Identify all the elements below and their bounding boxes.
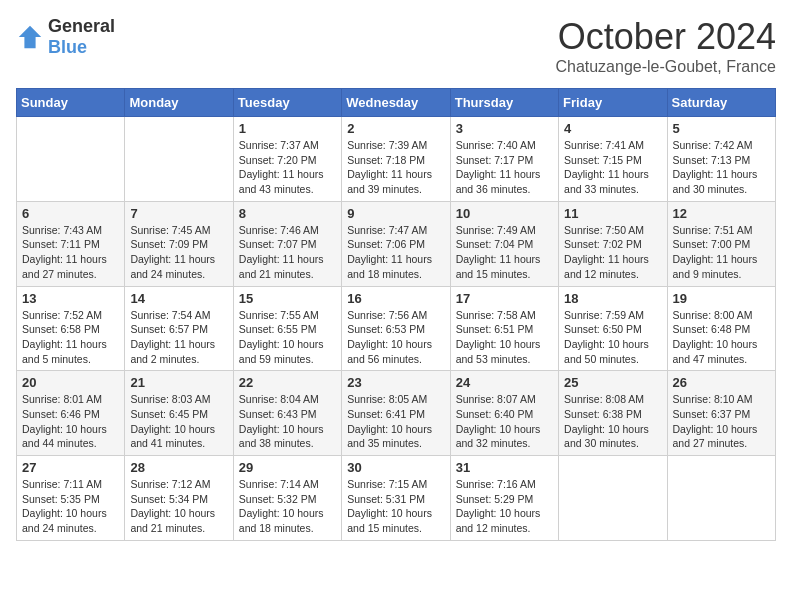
svg-marker-0: [19, 26, 41, 48]
day-number: 2: [347, 121, 444, 136]
header-friday: Friday: [559, 89, 667, 117]
calendar-cell: 7Sunrise: 7:45 AMSunset: 7:09 PMDaylight…: [125, 201, 233, 286]
day-info: Sunrise: 7:15 AMSunset: 5:31 PMDaylight:…: [347, 477, 444, 536]
day-number: 23: [347, 375, 444, 390]
day-info: Sunrise: 8:10 AMSunset: 6:37 PMDaylight:…: [673, 392, 770, 451]
calendar-cell: [559, 456, 667, 541]
day-number: 27: [22, 460, 119, 475]
day-number: 10: [456, 206, 553, 221]
logo-general: General: [48, 16, 115, 36]
day-info: Sunrise: 7:11 AMSunset: 5:35 PMDaylight:…: [22, 477, 119, 536]
header-tuesday: Tuesday: [233, 89, 341, 117]
day-number: 30: [347, 460, 444, 475]
day-number: 3: [456, 121, 553, 136]
day-number: 4: [564, 121, 661, 136]
day-info: Sunrise: 8:01 AMSunset: 6:46 PMDaylight:…: [22, 392, 119, 451]
calendar-cell: 13Sunrise: 7:52 AMSunset: 6:58 PMDayligh…: [17, 286, 125, 371]
calendar-cell: 17Sunrise: 7:58 AMSunset: 6:51 PMDayligh…: [450, 286, 558, 371]
logo-blue: Blue: [48, 37, 87, 57]
day-number: 9: [347, 206, 444, 221]
calendar-week-4: 27Sunrise: 7:11 AMSunset: 5:35 PMDayligh…: [17, 456, 776, 541]
calendar-cell: 6Sunrise: 7:43 AMSunset: 7:11 PMDaylight…: [17, 201, 125, 286]
day-info: Sunrise: 7:39 AMSunset: 7:18 PMDaylight:…: [347, 138, 444, 197]
day-number: 28: [130, 460, 227, 475]
calendar-cell: 1Sunrise: 7:37 AMSunset: 7:20 PMDaylight…: [233, 117, 341, 202]
day-info: Sunrise: 7:49 AMSunset: 7:04 PMDaylight:…: [456, 223, 553, 282]
calendar-cell: [667, 456, 775, 541]
calendar-table: SundayMondayTuesdayWednesdayThursdayFrid…: [16, 88, 776, 541]
calendar-cell: 21Sunrise: 8:03 AMSunset: 6:45 PMDayligh…: [125, 371, 233, 456]
day-number: 21: [130, 375, 227, 390]
day-number: 24: [456, 375, 553, 390]
location-title: Chatuzange-le-Goubet, France: [555, 58, 776, 76]
calendar-cell: 10Sunrise: 7:49 AMSunset: 7:04 PMDayligh…: [450, 201, 558, 286]
day-number: 22: [239, 375, 336, 390]
day-number: 31: [456, 460, 553, 475]
calendar-cell: 5Sunrise: 7:42 AMSunset: 7:13 PMDaylight…: [667, 117, 775, 202]
header-saturday: Saturday: [667, 89, 775, 117]
calendar-cell: 25Sunrise: 8:08 AMSunset: 6:38 PMDayligh…: [559, 371, 667, 456]
calendar-cell: 18Sunrise: 7:59 AMSunset: 6:50 PMDayligh…: [559, 286, 667, 371]
day-number: 8: [239, 206, 336, 221]
header-thursday: Thursday: [450, 89, 558, 117]
day-number: 19: [673, 291, 770, 306]
page-header: General Blue October 2024 Chatuzange-le-…: [16, 16, 776, 76]
calendar-cell: 14Sunrise: 7:54 AMSunset: 6:57 PMDayligh…: [125, 286, 233, 371]
day-info: Sunrise: 7:12 AMSunset: 5:34 PMDaylight:…: [130, 477, 227, 536]
day-info: Sunrise: 7:45 AMSunset: 7:09 PMDaylight:…: [130, 223, 227, 282]
day-number: 18: [564, 291, 661, 306]
day-number: 11: [564, 206, 661, 221]
month-title: October 2024: [555, 16, 776, 58]
day-number: 14: [130, 291, 227, 306]
day-info: Sunrise: 8:08 AMSunset: 6:38 PMDaylight:…: [564, 392, 661, 451]
day-info: Sunrise: 7:59 AMSunset: 6:50 PMDaylight:…: [564, 308, 661, 367]
day-info: Sunrise: 7:52 AMSunset: 6:58 PMDaylight:…: [22, 308, 119, 367]
day-number: 17: [456, 291, 553, 306]
day-number: 6: [22, 206, 119, 221]
calendar-cell: 29Sunrise: 7:14 AMSunset: 5:32 PMDayligh…: [233, 456, 341, 541]
calendar-cell: 31Sunrise: 7:16 AMSunset: 5:29 PMDayligh…: [450, 456, 558, 541]
day-info: Sunrise: 7:47 AMSunset: 7:06 PMDaylight:…: [347, 223, 444, 282]
calendar-cell: 27Sunrise: 7:11 AMSunset: 5:35 PMDayligh…: [17, 456, 125, 541]
header-monday: Monday: [125, 89, 233, 117]
calendar-week-1: 6Sunrise: 7:43 AMSunset: 7:11 PMDaylight…: [17, 201, 776, 286]
day-info: Sunrise: 7:58 AMSunset: 6:51 PMDaylight:…: [456, 308, 553, 367]
day-number: 16: [347, 291, 444, 306]
calendar-cell: [125, 117, 233, 202]
calendar-cell: 23Sunrise: 8:05 AMSunset: 6:41 PMDayligh…: [342, 371, 450, 456]
logo: General Blue: [16, 16, 115, 58]
calendar-cell: 22Sunrise: 8:04 AMSunset: 6:43 PMDayligh…: [233, 371, 341, 456]
calendar-cell: [17, 117, 125, 202]
day-info: Sunrise: 7:40 AMSunset: 7:17 PMDaylight:…: [456, 138, 553, 197]
day-number: 7: [130, 206, 227, 221]
calendar-week-2: 13Sunrise: 7:52 AMSunset: 6:58 PMDayligh…: [17, 286, 776, 371]
day-info: Sunrise: 8:03 AMSunset: 6:45 PMDaylight:…: [130, 392, 227, 451]
day-info: Sunrise: 7:16 AMSunset: 5:29 PMDaylight:…: [456, 477, 553, 536]
calendar-week-0: 1Sunrise: 7:37 AMSunset: 7:20 PMDaylight…: [17, 117, 776, 202]
day-info: Sunrise: 7:51 AMSunset: 7:00 PMDaylight:…: [673, 223, 770, 282]
title-block: October 2024 Chatuzange-le-Goubet, Franc…: [555, 16, 776, 76]
logo-text: General Blue: [48, 16, 115, 58]
day-number: 25: [564, 375, 661, 390]
day-number: 20: [22, 375, 119, 390]
day-number: 12: [673, 206, 770, 221]
calendar-cell: 20Sunrise: 8:01 AMSunset: 6:46 PMDayligh…: [17, 371, 125, 456]
day-number: 26: [673, 375, 770, 390]
day-info: Sunrise: 7:55 AMSunset: 6:55 PMDaylight:…: [239, 308, 336, 367]
calendar-cell: 11Sunrise: 7:50 AMSunset: 7:02 PMDayligh…: [559, 201, 667, 286]
calendar-cell: 24Sunrise: 8:07 AMSunset: 6:40 PMDayligh…: [450, 371, 558, 456]
calendar-cell: 8Sunrise: 7:46 AMSunset: 7:07 PMDaylight…: [233, 201, 341, 286]
calendar-header-row: SundayMondayTuesdayWednesdayThursdayFrid…: [17, 89, 776, 117]
day-number: 15: [239, 291, 336, 306]
calendar-cell: 30Sunrise: 7:15 AMSunset: 5:31 PMDayligh…: [342, 456, 450, 541]
day-number: 1: [239, 121, 336, 136]
calendar-cell: 4Sunrise: 7:41 AMSunset: 7:15 PMDaylight…: [559, 117, 667, 202]
calendar-cell: 15Sunrise: 7:55 AMSunset: 6:55 PMDayligh…: [233, 286, 341, 371]
header-wednesday: Wednesday: [342, 89, 450, 117]
day-info: Sunrise: 7:43 AMSunset: 7:11 PMDaylight:…: [22, 223, 119, 282]
day-number: 29: [239, 460, 336, 475]
day-info: Sunrise: 7:50 AMSunset: 7:02 PMDaylight:…: [564, 223, 661, 282]
day-info: Sunrise: 7:14 AMSunset: 5:32 PMDaylight:…: [239, 477, 336, 536]
day-info: Sunrise: 7:42 AMSunset: 7:13 PMDaylight:…: [673, 138, 770, 197]
calendar-cell: 28Sunrise: 7:12 AMSunset: 5:34 PMDayligh…: [125, 456, 233, 541]
